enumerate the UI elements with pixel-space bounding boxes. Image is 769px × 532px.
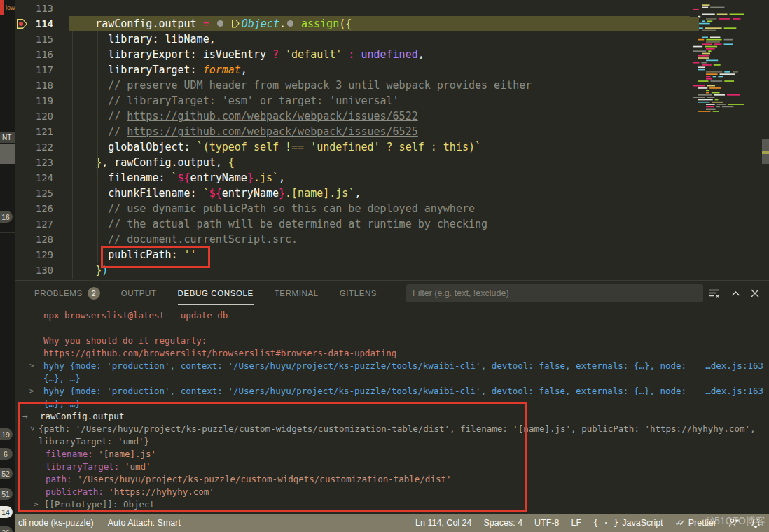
code-text: // https://github.com/webpack/webpack/is… — [70, 108, 418, 124]
expand-chevron-icon[interactable]: > — [29, 385, 34, 398]
tab-gitlens[interactable]: GITLENS — [340, 281, 377, 306]
indent-guide — [97, 31, 98, 263]
clear-console-icon[interactable] — [707, 286, 721, 300]
line-number[interactable]: 120 — [25, 108, 53, 124]
minimap[interactable] — [690, 0, 760, 280]
scrollbar-current-line-marker — [762, 150, 769, 154]
status-item-auto-attach-smart[interactable]: Auto Attach: Smart — [108, 518, 181, 528]
editor-line[interactable]: 122 globalObject: `(typeof self !== 'und… — [0, 139, 769, 155]
double-check-icon: ✓✓ — [675, 518, 685, 528]
editor-line[interactable]: 119 // libraryTarget: 'esm' or target: '… — [0, 93, 769, 108]
line-number[interactable]: 129 — [25, 247, 53, 262]
code-text: // libraryTarget: 'esm' or target: 'univ… — [70, 93, 399, 108]
line-number[interactable]: 113 — [25, 1, 53, 16]
status-bar-left: cli node (ks-puzzle)Auto Attach: Smart — [0, 518, 181, 528]
indent-guide — [72, 31, 73, 279]
tab-output[interactable]: OUTPUT — [121, 281, 157, 306]
code-text: library: libName, — [70, 31, 216, 47]
sliver-top-text: low — [6, 4, 15, 11]
sliver-count-badge: 52 — [0, 468, 13, 479]
editor-line[interactable]: 118 // preserve UDM header from webpack … — [0, 78, 769, 93]
annotation-box-publicpath — [101, 246, 210, 268]
sliver-count-badge: 14 — [0, 506, 13, 518]
sliver-count-badge: 26 — [0, 526, 13, 532]
status-item-cli-node-ks-puzzle-[interactable]: cli node (ks-puzzle) — [18, 518, 94, 528]
console-error-line: Why you should do it regularly: — [0, 335, 769, 347]
editor-line[interactable]: 123 }, rawConfig.output, { — [0, 155, 769, 170]
line-number[interactable]: 128 — [25, 232, 53, 247]
console-error-line: npx browserslist@latest --update-db — [0, 309, 769, 322]
console-error-line: https://github.com/browserslist/browsers… — [0, 347, 769, 360]
sliver-count-badge: 51 — [0, 488, 13, 500]
console-log-wrap-line: {…}, …} — [0, 372, 769, 385]
inline-breakpoint-dot-icon[interactable] — [287, 20, 293, 27]
sliver-badge: 16 — [0, 211, 13, 223]
line-number[interactable]: 114 — [25, 16, 53, 31]
code-text: // the actual path will be determined at… — [70, 216, 487, 232]
inline-logpoint-icon[interactable] — [232, 20, 240, 28]
code-text: libraryExport: isVueEntry ? 'default' : … — [70, 47, 424, 62]
code-editor[interactable]: 113114 rawConfig.output = Object. assign… — [0, 0, 769, 280]
line-number[interactable]: 127 — [25, 216, 53, 232]
line-number[interactable]: 117 — [25, 62, 53, 78]
sliver-selected-row — [0, 144, 15, 164]
code-text: rawConfig.output = Object. assign({ — [70, 16, 352, 31]
code-text: libraryTarget: format, — [70, 62, 247, 78]
tab-debug-console[interactable]: DEBUG CONSOLE — [178, 281, 254, 306]
status-bar: cli node (ks-puzzle)Auto Attach: Smart L… — [0, 514, 769, 532]
tab-problems[interactable]: PROBLEMS2 — [34, 281, 100, 306]
code-text: filename: `${entryName}.js`, — [70, 170, 285, 186]
watermark: @51CTO博客 — [705, 515, 765, 528]
expand-chevron-icon[interactable]: > — [29, 360, 34, 372]
console-log-line[interactable]: >hyhy {mode: 'production', context: '/Us… — [0, 360, 769, 372]
editor-line[interactable]: 128 // document.currentScript.src. — [0, 232, 769, 247]
status-item-lf[interactable]: LF — [571, 518, 582, 528]
chevron-up-icon[interactable] — [728, 286, 742, 300]
panel-header: PROBLEMS2OUTPUTDEBUG CONSOLETERMINALGITL… — [0, 281, 769, 306]
editor-line[interactable]: 116 libraryExport: isVueEntry ? 'default… — [0, 47, 769, 62]
status-item-javascript[interactable]: { · }JavaScript — [593, 518, 663, 528]
editor-scrollbar[interactable] — [762, 0, 769, 280]
line-number[interactable]: 122 — [25, 139, 53, 155]
line-number[interactable]: 116 — [25, 47, 53, 62]
editor-line[interactable]: 124 filename: `${entryName}.js`, — [0, 170, 769, 186]
inline-breakpoint-dot-icon[interactable] — [217, 20, 223, 27]
editor-line[interactable]: 114 rawConfig.output = Object. assign({ — [0, 16, 769, 31]
status-item-utf-8[interactable]: UTF-8 — [534, 518, 559, 528]
editor-line[interactable]: 121 // https://github.com/webpack/webpac… — [0, 124, 769, 139]
line-number[interactable]: 119 — [25, 93, 53, 108]
code-text: }, rawConfig.output, { — [70, 155, 235, 170]
editor-line[interactable]: 113 — [0, 1, 769, 16]
tab-terminal[interactable]: TERMINAL — [275, 281, 319, 306]
minimap-current-line-highlight — [690, 17, 699, 31]
editor-line[interactable]: 120 // https://github.com/webpack/webpac… — [0, 108, 769, 124]
line-number[interactable]: 130 — [25, 262, 53, 278]
sliver-count-badge: 19 — [0, 428, 13, 440]
line-number[interactable]: 123 — [25, 155, 53, 170]
code-text: chunkFilename: `${entryName}.[name].js`, — [70, 186, 361, 201]
editor-line[interactable]: 127 // the actual path will be determine… — [0, 216, 769, 232]
editor-line[interactable]: 117 libraryTarget: format, — [0, 62, 769, 78]
editor-line[interactable]: 125 chunkFilename: `${entryName}.[name].… — [0, 186, 769, 201]
source-location-link[interactable]: …dex.js:163 — [705, 385, 763, 398]
editor-line[interactable]: 126 // use dynamic publicPath so this ca… — [0, 201, 769, 216]
close-icon[interactable] — [748, 286, 762, 300]
sliver-label: NT — [0, 132, 15, 143]
line-number[interactable]: 125 — [25, 186, 53, 201]
code-text: globalObject: `(typeof self !== 'undefin… — [70, 139, 481, 155]
console-filter-input[interactable] — [406, 284, 703, 302]
code-text: // https://github.com/webpack/webpack/is… — [70, 124, 418, 139]
line-number[interactable]: 124 — [25, 170, 53, 186]
status-item-ln-114-col-24[interactable]: Ln 114, Col 24 — [415, 518, 471, 528]
line-number[interactable]: 115 — [25, 31, 53, 47]
line-number[interactable]: 126 — [25, 201, 53, 216]
sliver-count-badge: 6 — [0, 448, 13, 460]
console-log-line[interactable]: >hyhy {mode: 'production', context: '/Us… — [0, 385, 769, 398]
editor-line[interactable]: 115 library: libName, — [0, 31, 769, 47]
status-item-spaces-4[interactable]: Spaces: 4 — [484, 518, 523, 528]
source-location-link[interactable]: …dex.js:163 — [705, 360, 763, 372]
line-number[interactable]: 118 — [25, 78, 53, 93]
braces-icon: { · } — [593, 518, 618, 528]
line-number[interactable]: 121 — [25, 124, 53, 139]
panel-tabs: PROBLEMS2OUTPUTDEBUG CONSOLETERMINALGITL… — [34, 281, 377, 306]
